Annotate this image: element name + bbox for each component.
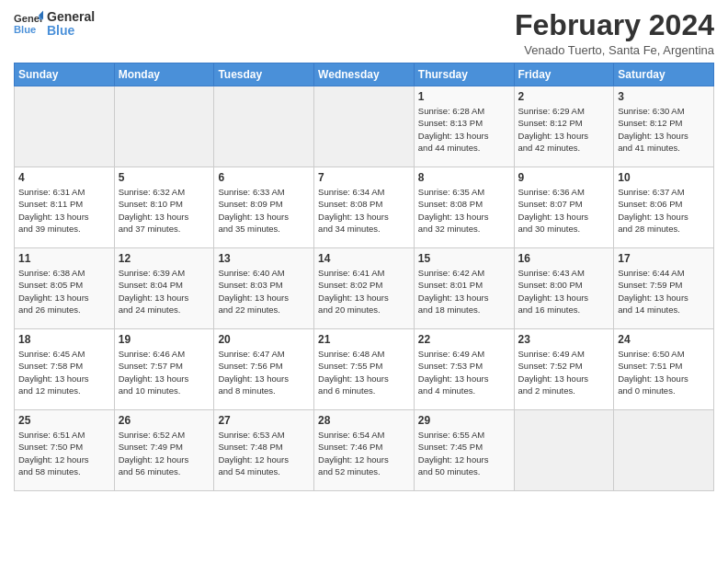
day-number: 2 xyxy=(518,90,610,103)
day-info: Sunrise: 6:46 AM Sunset: 7:57 PM Dayligh… xyxy=(119,348,210,396)
header: General Blue General Blue February 2024 … xyxy=(14,9,714,57)
day-number: 7 xyxy=(318,171,410,184)
day-number: 21 xyxy=(318,333,410,346)
day-info: Sunrise: 6:47 AM Sunset: 7:56 PM Dayligh… xyxy=(218,348,310,396)
day-info: Sunrise: 6:51 AM Sunset: 7:50 PM Dayligh… xyxy=(18,429,110,477)
calendar-header-cell: Sunday xyxy=(15,63,115,86)
calendar-cell: 25Sunrise: 6:51 AM Sunset: 7:50 PM Dayli… xyxy=(15,410,115,491)
day-info: Sunrise: 6:29 AM Sunset: 8:12 PM Dayligh… xyxy=(518,105,610,154)
calendar-week-row: 1Sunrise: 6:28 AM Sunset: 8:13 PM Daylig… xyxy=(15,86,714,167)
calendar-cell: 20Sunrise: 6:47 AM Sunset: 7:56 PM Dayli… xyxy=(214,329,314,410)
calendar-cell xyxy=(214,86,314,167)
day-info: Sunrise: 6:41 AM Sunset: 8:02 PM Dayligh… xyxy=(318,267,410,316)
calendar-cell: 7Sunrise: 6:34 AM Sunset: 8:08 PM Daylig… xyxy=(314,167,415,248)
day-info: Sunrise: 6:30 AM Sunset: 8:12 PM Dayligh… xyxy=(618,105,710,154)
calendar-cell xyxy=(15,86,115,167)
day-number: 5 xyxy=(119,171,210,184)
calendar-cell: 10Sunrise: 6:37 AM Sunset: 8:06 PM Dayli… xyxy=(614,167,714,248)
day-number: 17 xyxy=(618,252,710,265)
page: General Blue General Blue February 2024 … xyxy=(0,0,728,563)
day-number: 1 xyxy=(418,90,510,103)
day-info: Sunrise: 6:45 AM Sunset: 7:58 PM Dayligh… xyxy=(18,348,110,396)
calendar-cell: 29Sunrise: 6:55 AM Sunset: 7:45 PM Dayli… xyxy=(414,410,514,491)
calendar-cell xyxy=(514,410,614,491)
calendar-cell: 26Sunrise: 6:52 AM Sunset: 7:49 PM Dayli… xyxy=(114,410,214,491)
calendar-cell: 16Sunrise: 6:43 AM Sunset: 8:00 PM Dayli… xyxy=(514,248,614,329)
svg-text:Blue: Blue xyxy=(14,24,36,35)
calendar-cell xyxy=(114,86,214,167)
calendar-cell: 19Sunrise: 6:46 AM Sunset: 7:57 PM Dayli… xyxy=(114,329,214,410)
day-info: Sunrise: 6:38 AM Sunset: 8:05 PM Dayligh… xyxy=(18,267,110,316)
calendar-cell xyxy=(314,86,415,167)
calendar-cell: 28Sunrise: 6:54 AM Sunset: 7:46 PM Dayli… xyxy=(314,410,415,491)
logo-line2: Blue xyxy=(47,24,95,38)
day-info: Sunrise: 6:42 AM Sunset: 8:01 PM Dayligh… xyxy=(418,267,510,316)
day-number: 22 xyxy=(418,333,510,346)
day-info: Sunrise: 6:33 AM Sunset: 8:09 PM Dayligh… xyxy=(218,186,310,235)
calendar-table: SundayMondayTuesdayWednesdayThursdayFrid… xyxy=(14,63,714,491)
day-number: 8 xyxy=(418,171,510,184)
calendar-cell: 27Sunrise: 6:53 AM Sunset: 7:48 PM Dayli… xyxy=(214,410,314,491)
calendar-header-cell: Friday xyxy=(514,63,614,86)
day-info: Sunrise: 6:34 AM Sunset: 8:08 PM Dayligh… xyxy=(318,186,410,235)
calendar-week-row: 18Sunrise: 6:45 AM Sunset: 7:58 PM Dayli… xyxy=(15,329,714,410)
day-number: 12 xyxy=(119,252,210,265)
logo-icon: General Blue xyxy=(14,9,43,39)
day-info: Sunrise: 6:32 AM Sunset: 8:10 PM Dayligh… xyxy=(119,186,210,235)
day-info: Sunrise: 6:35 AM Sunset: 8:08 PM Dayligh… xyxy=(418,186,510,235)
day-info: Sunrise: 6:28 AM Sunset: 8:13 PM Dayligh… xyxy=(418,105,510,154)
day-info: Sunrise: 6:48 AM Sunset: 7:55 PM Dayligh… xyxy=(318,348,410,396)
day-info: Sunrise: 6:50 AM Sunset: 7:51 PM Dayligh… xyxy=(618,348,710,396)
day-number: 29 xyxy=(418,414,510,427)
calendar-cell: 21Sunrise: 6:48 AM Sunset: 7:55 PM Dayli… xyxy=(314,329,415,410)
calendar-cell: 13Sunrise: 6:40 AM Sunset: 8:03 PM Dayli… xyxy=(214,248,314,329)
day-info: Sunrise: 6:53 AM Sunset: 7:48 PM Dayligh… xyxy=(218,429,310,477)
calendar-cell: 18Sunrise: 6:45 AM Sunset: 7:58 PM Dayli… xyxy=(15,329,115,410)
day-number: 9 xyxy=(518,171,610,184)
calendar-cell: 23Sunrise: 6:49 AM Sunset: 7:52 PM Dayli… xyxy=(514,329,614,410)
day-info: Sunrise: 6:49 AM Sunset: 7:53 PM Dayligh… xyxy=(418,348,510,396)
day-number: 28 xyxy=(318,414,410,427)
calendar-body: 1Sunrise: 6:28 AM Sunset: 8:13 PM Daylig… xyxy=(15,86,714,491)
calendar-cell: 22Sunrise: 6:49 AM Sunset: 7:53 PM Dayli… xyxy=(414,329,514,410)
day-number: 10 xyxy=(618,171,710,184)
calendar-cell xyxy=(614,410,714,491)
calendar-cell: 6Sunrise: 6:33 AM Sunset: 8:09 PM Daylig… xyxy=(214,167,314,248)
day-info: Sunrise: 6:36 AM Sunset: 8:07 PM Dayligh… xyxy=(518,186,610,235)
day-number: 13 xyxy=(218,252,310,265)
day-number: 25 xyxy=(18,414,110,427)
calendar-cell: 2Sunrise: 6:29 AM Sunset: 8:12 PM Daylig… xyxy=(514,86,614,167)
calendar-header-cell: Monday xyxy=(114,63,214,86)
calendar-cell: 5Sunrise: 6:32 AM Sunset: 8:10 PM Daylig… xyxy=(114,167,214,248)
day-number: 26 xyxy=(119,414,210,427)
subtitle: Venado Tuerto, Santa Fe, Argentina xyxy=(515,43,714,57)
day-number: 4 xyxy=(18,171,110,184)
day-info: Sunrise: 6:37 AM Sunset: 8:06 PM Dayligh… xyxy=(618,186,710,235)
calendar-cell: 9Sunrise: 6:36 AM Sunset: 8:07 PM Daylig… xyxy=(514,167,614,248)
main-title: February 2024 xyxy=(515,9,714,41)
calendar-week-row: 25Sunrise: 6:51 AM Sunset: 7:50 PM Dayli… xyxy=(15,410,714,491)
logo-line1: General xyxy=(47,10,95,24)
day-number: 19 xyxy=(119,333,210,346)
calendar-header: SundayMondayTuesdayWednesdayThursdayFrid… xyxy=(15,63,714,86)
day-number: 11 xyxy=(18,252,110,265)
day-number: 27 xyxy=(218,414,310,427)
day-info: Sunrise: 6:40 AM Sunset: 8:03 PM Dayligh… xyxy=(218,267,310,316)
calendar-cell: 8Sunrise: 6:35 AM Sunset: 8:08 PM Daylig… xyxy=(414,167,514,248)
day-number: 6 xyxy=(218,171,310,184)
day-number: 23 xyxy=(518,333,610,346)
day-number: 18 xyxy=(18,333,110,346)
calendar-header-cell: Saturday xyxy=(614,63,714,86)
day-number: 3 xyxy=(618,90,710,103)
calendar-cell: 12Sunrise: 6:39 AM Sunset: 8:04 PM Dayli… xyxy=(114,248,214,329)
logo: General Blue General Blue xyxy=(14,9,95,39)
calendar-cell: 11Sunrise: 6:38 AM Sunset: 8:05 PM Dayli… xyxy=(15,248,115,329)
day-info: Sunrise: 6:55 AM Sunset: 7:45 PM Dayligh… xyxy=(418,429,510,477)
day-number: 20 xyxy=(218,333,310,346)
day-info: Sunrise: 6:39 AM Sunset: 8:04 PM Dayligh… xyxy=(119,267,210,316)
day-info: Sunrise: 6:43 AM Sunset: 8:00 PM Dayligh… xyxy=(518,267,610,316)
day-info: Sunrise: 6:31 AM Sunset: 8:11 PM Dayligh… xyxy=(18,186,110,235)
calendar-header-cell: Thursday xyxy=(414,63,514,86)
calendar-cell: 3Sunrise: 6:30 AM Sunset: 8:12 PM Daylig… xyxy=(614,86,714,167)
day-number: 14 xyxy=(318,252,410,265)
